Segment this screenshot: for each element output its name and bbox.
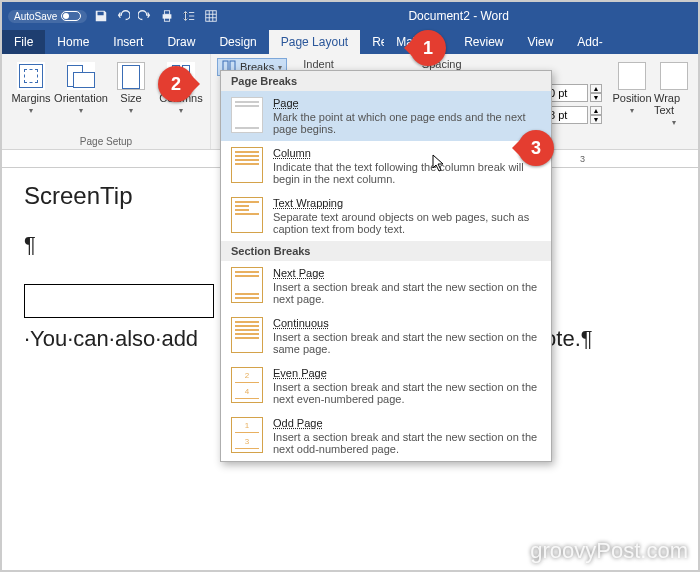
annotation-callout-3: 3 [518, 130, 554, 166]
tab-addins[interactable]: Add- [565, 30, 614, 54]
menu-item-odd-page[interactable]: 13 Odd PageInsert a section break and st… [221, 411, 551, 461]
document-title: Document2 - Word [219, 9, 698, 23]
tab-file[interactable]: File [2, 30, 45, 54]
redo-icon[interactable] [137, 8, 153, 24]
dropdown-section-header: Section Breaks [221, 241, 551, 261]
menu-item-even-page[interactable]: 24 Even PageInsert a section break and s… [221, 361, 551, 411]
wrap-text-icon [660, 62, 688, 90]
size-icon [117, 62, 145, 90]
position-icon [618, 62, 646, 90]
annotation-callout-2: 2 [158, 66, 194, 102]
menu-item-continuous[interactable]: ContinuousInsert a section break and sta… [221, 311, 551, 361]
tab-draw[interactable]: Draw [155, 30, 207, 54]
svg-rect-3 [206, 11, 217, 22]
spacing-after-input[interactable] [546, 106, 588, 124]
odd-page-icon: 13 [231, 417, 263, 453]
spacing-after-spinner[interactable]: ▲▼ [546, 106, 602, 124]
wrap-text-button[interactable]: Wrap Text▾ [654, 58, 694, 127]
spacing-before-input[interactable] [546, 84, 588, 102]
toggle-off-icon [61, 11, 81, 21]
menu-item-next-page[interactable]: Next PageInsert a section break and star… [221, 261, 551, 311]
table-icon[interactable] [203, 8, 219, 24]
mouse-cursor-icon [432, 154, 448, 174]
spacing-icon[interactable] [181, 8, 197, 24]
chevron-down-icon: ▾ [79, 106, 83, 115]
breaks-dropdown: Page Breaks PageMark the point at which … [220, 70, 552, 462]
spin-up-icon[interactable]: ▲ [590, 84, 602, 93]
annotation-callout-1: 1 [410, 30, 446, 66]
menu-item-column[interactable]: ColumnIndicate that the text following t… [221, 141, 551, 191]
ribbon-tabs: File Home Insert Draw Design Page Layout… [2, 30, 698, 54]
spin-down-icon[interactable]: ▼ [590, 93, 602, 102]
size-button[interactable]: Size▾ [108, 58, 154, 134]
spacing-before-spinner[interactable]: ▲▼ [546, 84, 602, 102]
menu-item-text-wrapping[interactable]: Text WrappingSeparate text around object… [221, 191, 551, 241]
svg-rect-1 [165, 11, 170, 15]
body-text: ·You·can·also·add [24, 326, 198, 352]
next-page-icon [231, 267, 263, 303]
orientation-icon [67, 62, 95, 90]
tab-home[interactable]: Home [45, 30, 101, 54]
menu-item-page[interactable]: PageMark the point at which one page end… [221, 91, 551, 141]
spin-up-icon[interactable]: ▲ [590, 106, 602, 115]
column-break-icon [231, 147, 263, 183]
orientation-button[interactable]: Orientation▾ [58, 58, 104, 134]
spin-down-icon[interactable]: ▼ [590, 115, 602, 124]
dropdown-section-header: Page Breaks [221, 71, 551, 91]
even-page-icon: 24 [231, 367, 263, 403]
autosave-toggle[interactable]: AutoSave [8, 10, 87, 23]
quick-access-toolbar: AutoSave [2, 8, 219, 24]
save-icon[interactable] [93, 8, 109, 24]
quick-print-icon[interactable] [159, 8, 175, 24]
table-cell[interactable] [24, 284, 214, 318]
continuous-icon [231, 317, 263, 353]
tab-page-layout[interactable]: Page Layout [269, 30, 360, 54]
tab-design[interactable]: Design [207, 30, 268, 54]
tab-review[interactable]: Review [452, 30, 515, 54]
group-label: Page Setup [8, 134, 204, 147]
tab-insert[interactable]: Insert [101, 30, 155, 54]
title-bar: AutoSave Document2 - Word [2, 2, 698, 30]
chevron-down-icon: ▾ [129, 106, 133, 115]
chevron-down-icon: ▾ [179, 106, 183, 115]
page-break-icon [231, 97, 263, 133]
position-button[interactable]: Position▾ [610, 58, 654, 127]
tab-view[interactable]: View [516, 30, 566, 54]
margins-icon [17, 62, 45, 90]
text-wrapping-icon [231, 197, 263, 233]
autosave-label: AutoSave [14, 11, 57, 22]
margins-button[interactable]: Margins▾ [8, 58, 54, 134]
chevron-down-icon: ▾ [29, 106, 33, 115]
undo-icon[interactable] [115, 8, 131, 24]
tab-references[interactable]: References [360, 30, 384, 54]
watermark: groovyPost.com [530, 538, 688, 564]
